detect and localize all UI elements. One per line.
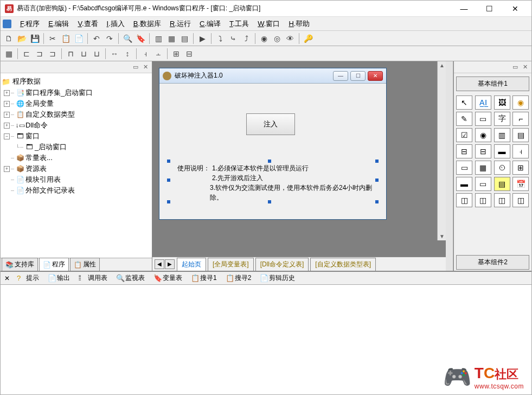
menu-insert[interactable]: I.插入 (102, 18, 129, 30)
menu-view[interactable]: V.查看 (73, 18, 102, 30)
new-icon[interactable]: 🗋 (3, 33, 15, 44)
align-left-icon[interactable]: ⊏ (21, 48, 33, 60)
common2-icon[interactable]: ◫ (475, 193, 491, 207)
open-icon[interactable]: 📂 (16, 33, 28, 44)
tab-search1[interactable]: 📋搜寻1 (188, 272, 220, 284)
tree-root[interactable]: 📁 程序数据 (2, 75, 151, 87)
menu-program[interactable]: F.程序 (16, 18, 44, 30)
run-icon[interactable]: ▶ (196, 33, 208, 44)
selection-handle[interactable] (167, 179, 170, 182)
step-over-icon[interactable]: ⤵ (214, 33, 226, 44)
expand-icon[interactable]: + (4, 112, 10, 118)
redo-icon[interactable]: ↷ (104, 33, 116, 44)
slider-icon[interactable]: ⫞ (512, 144, 529, 158)
align-middle-icon[interactable]: ⊔ (78, 48, 89, 60)
selection-handle[interactable] (167, 200, 170, 203)
design-minimize-button[interactable]: — (333, 71, 348, 81)
palette-title-1[interactable]: 基本组件1 (456, 77, 529, 91)
selection-handle[interactable] (375, 200, 379, 203)
draw-icon[interactable]: ✎ (456, 112, 472, 126)
tab-prev-icon[interactable]: ◀ (155, 259, 164, 269)
tree-item-resources[interactable]: + ┄ 📦 资源表 (2, 163, 151, 174)
common3-icon[interactable]: ◫ (494, 193, 510, 207)
watch-icon[interactable]: 👁 (284, 33, 296, 44)
panel-pin-icon[interactable]: ▭ (131, 63, 140, 72)
common1-icon[interactable]: ◫ (456, 193, 472, 207)
group-icon[interactable]: ▭ (475, 112, 491, 126)
copy-icon[interactable]: 📋 (60, 33, 72, 44)
checkbox-icon[interactable]: ☑ (456, 128, 472, 142)
hscroll-icon[interactable]: ⊟ (456, 144, 472, 158)
tree-item-dll[interactable]: + ┄ ↓▭ Dll命令 (2, 120, 151, 131)
step-out-icon[interactable]: ⤴ (240, 33, 252, 44)
tree-item-globals[interactable]: + ┄ 🌐 全局变量 (2, 98, 151, 109)
selection-handle[interactable] (375, 179, 379, 182)
progress-icon[interactable]: ▬ (494, 144, 510, 158)
frame-icon[interactable]: ⌐ (512, 112, 529, 126)
output-area[interactable]: 🎮 TC社区 www.tcsqw.com (1, 285, 531, 394)
tab-customtypes[interactable]: [自定义数据类型表] (310, 258, 376, 271)
shape-icon[interactable]: ◉ (512, 95, 529, 110)
minimize-button[interactable]: — (452, 1, 476, 16)
date-icon[interactable]: 📅 (512, 177, 529, 191)
center-h-icon[interactable]: ⊞ (170, 48, 182, 60)
tab-startpage[interactable]: 起始页 (177, 258, 206, 271)
edit-icon[interactable]: A̲I̲ (475, 95, 491, 110)
tab-watch[interactable]: 🔍监视表 (113, 272, 148, 284)
expand-icon[interactable]: + (4, 123, 10, 129)
selection-handle[interactable] (167, 160, 170, 163)
menu-edit[interactable]: E.编辑 (44, 18, 73, 30)
close-button[interactable]: ✕ (503, 1, 527, 16)
tree-item-external[interactable]: ┄ 📄 外部文件记录表 (2, 185, 151, 196)
paste-icon[interactable]: 📄 (73, 33, 85, 44)
menu-run[interactable]: R.运行 (165, 18, 195, 30)
layout2-icon[interactable]: ▦ (165, 33, 177, 44)
collapse-icon[interactable]: − (4, 133, 10, 139)
radio-icon[interactable]: ◉ (475, 128, 491, 142)
statusbar-icon[interactable]: ▬ (456, 177, 472, 191)
menu-tools[interactable]: T.工具 (225, 18, 253, 30)
tab-support[interactable]: 📚支持库 (2, 258, 38, 271)
tab-hint[interactable]: ?提示 (14, 272, 42, 284)
layout1-icon[interactable]: ▥ (152, 33, 164, 44)
program-tree[interactable]: 📁 程序数据 + ┄ 📑 窗口程序集_启动窗口 + ┄ 🌐 全局变量 + (1, 73, 152, 258)
tree-icon[interactable]: ⊞ (512, 161, 529, 175)
center-v-icon[interactable]: ⊟ (183, 48, 195, 60)
tab-property[interactable]: 📋属性 (70, 258, 100, 271)
grid-icon[interactable]: ▦ (3, 48, 15, 60)
tab-next-icon[interactable]: ▶ (165, 259, 175, 269)
list-icon[interactable]: ▤ (512, 128, 529, 142)
tab-output[interactable]: 📄输出 (44, 272, 73, 284)
panel-close-icon[interactable]: ✕ (521, 63, 529, 72)
design-maximize-button[interactable]: ☐ (350, 71, 366, 81)
inject-button[interactable]: 注入 (246, 113, 295, 135)
expand-icon[interactable]: + (4, 90, 10, 96)
tree-item-startwindow[interactable]: └┄ 🗔 _启动窗口 (2, 142, 151, 152)
tree-item-winproc[interactable]: + ┄ 📑 窗口程序集_启动窗口 (2, 87, 151, 98)
cut-icon[interactable]: ✂ (47, 33, 59, 44)
selection-handle[interactable] (375, 160, 379, 163)
breakpoint-icon[interactable]: ◉ (258, 33, 270, 44)
imagelist-icon[interactable]: ▦ (475, 161, 491, 175)
selection-handle[interactable] (268, 160, 271, 163)
expand-icon[interactable]: + (4, 101, 10, 107)
timer-icon[interactable]: ⏲ (494, 161, 510, 175)
combo-icon[interactable]: ▥ (494, 128, 510, 142)
palette-title-2[interactable]: 基本组件2 (456, 255, 529, 270)
tab-callstack[interactable]: ⦙⦙调用表 (75, 272, 111, 284)
tab-vars[interactable]: 🔖变量表 (150, 272, 185, 284)
picture-icon[interactable]: 🖼 (494, 95, 510, 110)
tab-globals[interactable]: [全局变量表] (208, 258, 254, 271)
same-height-icon[interactable]: ↕ (121, 48, 133, 60)
bookmark-icon[interactable]: 🔖 (134, 33, 146, 44)
breakpoints-icon[interactable]: ◎ (271, 33, 283, 44)
menu-help[interactable]: H.帮助 (284, 18, 314, 30)
tree-item-constants[interactable]: ┄ 📦 常量表... (2, 152, 151, 163)
form-designer[interactable]: 破坏神注入器1.0 — ☐ ✕ 注入 使用说明：1.必须保证本软件是以管理员运行… (152, 61, 446, 257)
panel-close-icon[interactable]: ✕ (141, 63, 150, 72)
menu-database[interactable]: B.数据库 (129, 18, 165, 30)
usage-label[interactable]: 使用说明：1.必须保证本软件是以管理员运行 2.先开游戏后注入 3.软件仅为交流… (170, 162, 376, 203)
find-icon[interactable]: 🔍 (121, 33, 133, 44)
right-scrollbar[interactable] (446, 61, 453, 271)
align-top-icon[interactable]: ⊓ (65, 48, 76, 60)
